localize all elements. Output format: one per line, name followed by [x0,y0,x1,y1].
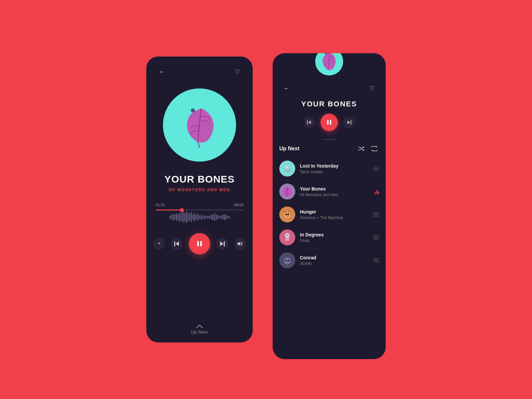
svg-point-28 [286,214,287,215]
prev-button[interactable] [171,238,183,250]
svg-rect-40 [285,260,287,261]
track-artist: Tame Impala [300,170,368,174]
queue-next-button[interactable] [343,116,355,128]
progress-section: 01:15 04:03 [156,203,243,224]
track-name: Hunger [300,209,368,214]
queue-heart-button[interactable]: ♡ [366,82,378,94]
track-artist: Florence + The Machine [300,215,368,220]
queue-card: ← ♡ YOUR BONES Up Next [273,53,386,359]
track-menu[interactable] [373,212,379,216]
waveform [156,210,243,224]
next-button[interactable] [216,238,228,250]
time-current: 01:15 [156,203,165,207]
queue-song-title: YOUR BONES [273,100,386,108]
track-item[interactable]: Hunger Florence + The Machine [273,203,386,226]
queue-back-button[interactable]: ← [281,82,293,94]
track-artist: Of Monsters and Men [300,193,370,197]
svg-rect-41 [288,260,290,261]
svg-marker-13 [308,120,311,124]
svg-rect-15 [330,120,332,125]
svg-rect-7 [224,241,225,246]
track-thumb [279,252,295,268]
progress-fill [156,209,182,210]
svg-point-34 [286,235,287,236]
track-item[interactable]: Lost In Yesterday Tame Impala [273,157,386,180]
svg-point-2 [191,108,195,112]
svg-rect-5 [197,241,199,246]
track-item[interactable]: Conrad SOHN [273,249,386,272]
queue-actions [356,144,379,153]
track-name: Your Bones [300,186,370,192]
up-next-footer[interactable]: Up Next [191,325,208,342]
player-header: ← ♡ [156,66,243,78]
heart-button[interactable]: ♡ [231,66,243,78]
track-name: In Degrees [300,232,368,237]
track-name: Conrad [300,255,368,260]
queue-pause-button[interactable] [321,114,338,131]
track-thumb [279,184,295,200]
svg-marker-8 [220,241,223,246]
progress-thumb[interactable] [180,208,184,212]
track-info: Conrad SOHN [300,255,368,266]
track-thumb [279,161,295,177]
track-artist: Foals [300,238,368,243]
svg-point-25 [284,212,291,218]
track-item[interactable]: Your Bones Of Monsters and Men [273,180,386,203]
track-thumb [279,206,295,222]
shuffle-button[interactable] [356,144,366,153]
track-info: Lost In Yesterday Tame Impala [300,163,368,174]
svg-marker-17 [347,120,350,124]
svg-point-33 [286,234,289,237]
track-playing-indicator [375,189,379,194]
divider [323,139,336,140]
lyrics-button[interactable]: ❝ [153,238,165,250]
track-menu[interactable] [373,167,379,171]
back-button[interactable]: ← [156,66,168,78]
pause-button[interactable] [189,233,210,254]
album-art [163,88,236,162]
track-thumb [279,229,295,245]
song-artist: OF MONSTERS AND MEN [169,188,230,192]
player-card: ← ♡ YOUR BONES OF MONSTERS AND MEN 01:15… [146,57,253,342]
svg-point-21 [286,166,288,168]
svg-point-35 [288,235,289,236]
svg-marker-4 [176,241,179,246]
svg-rect-3 [174,241,175,246]
svg-rect-14 [327,120,329,125]
up-next-section: Up Next [273,144,386,153]
queue-prev-button[interactable] [303,116,315,128]
svg-marker-9 [237,242,240,246]
progress-bar[interactable] [156,209,243,210]
track-name: Lost In Yesterday [300,163,368,169]
track-list: Lost In Yesterday Tame Impala Your Bones… [273,157,386,352]
track-artist: SOHN [300,261,368,266]
track-item[interactable]: In Degrees Foals [273,226,386,249]
svg-line-23 [287,187,287,197]
time-row: 01:15 04:03 [156,203,243,207]
svg-rect-32 [285,237,289,241]
volume-button[interactable] [234,238,246,250]
svg-rect-12 [307,120,308,125]
up-next-title: Up Next [279,146,299,152]
track-info: In Degrees Foals [300,232,368,243]
song-title: YOUR BONES [164,174,235,185]
track-menu[interactable] [373,258,379,262]
track-info: Your Bones Of Monsters and Men [300,186,370,197]
track-info: Hunger Florence + The Machine [300,209,368,220]
svg-point-29 [288,214,289,215]
track-menu[interactable] [373,235,379,239]
up-next-label: Up Next [191,330,208,334]
player-controls: ❝ [153,233,246,254]
time-total: 04:03 [234,203,243,207]
queue-controls [303,114,355,131]
svg-rect-6 [200,241,202,246]
svg-rect-16 [350,120,351,125]
queue-header: ← ♡ [273,73,386,100]
repeat-button[interactable] [370,144,379,153]
